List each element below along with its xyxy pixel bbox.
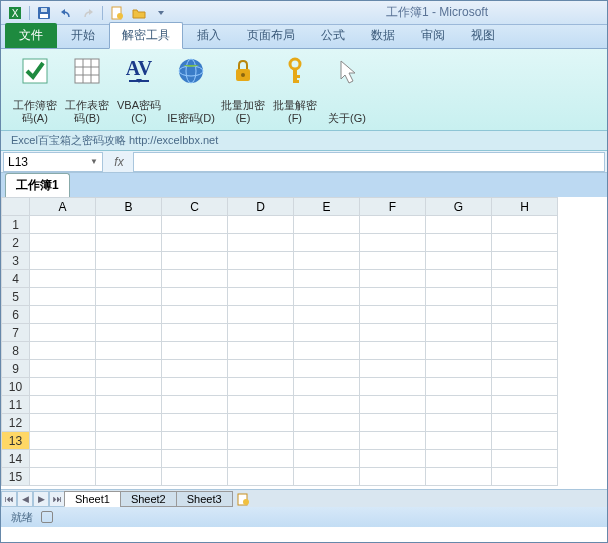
- cell[interactable]: [96, 450, 162, 468]
- cell[interactable]: [162, 324, 228, 342]
- cell[interactable]: [30, 288, 96, 306]
- row-header[interactable]: 3: [2, 252, 30, 270]
- column-header[interactable]: B: [96, 198, 162, 216]
- cell[interactable]: [228, 234, 294, 252]
- row-header[interactable]: 5: [2, 288, 30, 306]
- new-sheet-icon[interactable]: [233, 492, 253, 506]
- row-header[interactable]: 11: [2, 396, 30, 414]
- column-header[interactable]: F: [360, 198, 426, 216]
- cell[interactable]: [96, 414, 162, 432]
- ie-password-button[interactable]: IE密码(D): [165, 53, 217, 127]
- row-header[interactable]: 6: [2, 306, 30, 324]
- sheet-tab-1[interactable]: Sheet1: [64, 491, 121, 507]
- column-header[interactable]: D: [228, 198, 294, 216]
- cell[interactable]: [294, 468, 360, 486]
- macro-record-icon[interactable]: [41, 511, 53, 523]
- sheet-tab-2[interactable]: Sheet2: [120, 491, 177, 507]
- cell[interactable]: [492, 270, 558, 288]
- row-header[interactable]: 12: [2, 414, 30, 432]
- tab-page-layout[interactable]: 页面布局: [235, 23, 307, 48]
- batch-encrypt-button[interactable]: 批量加密(E): [217, 53, 269, 127]
- cell[interactable]: [360, 324, 426, 342]
- cell[interactable]: [30, 378, 96, 396]
- workbook-tab[interactable]: 工作簿1: [5, 173, 70, 197]
- cell[interactable]: [162, 234, 228, 252]
- cell[interactable]: [30, 324, 96, 342]
- cell[interactable]: [426, 432, 492, 450]
- new-file-icon[interactable]: [107, 4, 127, 22]
- cell[interactable]: [492, 414, 558, 432]
- cell[interactable]: [228, 360, 294, 378]
- spreadsheet-grid[interactable]: ABCDEFGH123456789101112131415: [1, 197, 607, 489]
- tab-insert[interactable]: 插入: [185, 23, 233, 48]
- row-header[interactable]: 9: [2, 360, 30, 378]
- cell[interactable]: [294, 324, 360, 342]
- cell[interactable]: [162, 306, 228, 324]
- cell[interactable]: [426, 324, 492, 342]
- cell[interactable]: [294, 396, 360, 414]
- name-box[interactable]: L13 ▼: [3, 152, 103, 172]
- column-header[interactable]: A: [30, 198, 96, 216]
- cell[interactable]: [96, 432, 162, 450]
- cell[interactable]: [228, 468, 294, 486]
- cell[interactable]: [294, 378, 360, 396]
- cell[interactable]: [360, 414, 426, 432]
- cell[interactable]: [30, 252, 96, 270]
- save-icon[interactable]: [34, 4, 54, 22]
- cell[interactable]: [96, 360, 162, 378]
- row-header[interactable]: 10: [2, 378, 30, 396]
- sheet-nav-prev-icon[interactable]: ◀: [17, 491, 33, 507]
- cell[interactable]: [162, 414, 228, 432]
- excel-icon[interactable]: X: [5, 4, 25, 22]
- cell[interactable]: [96, 270, 162, 288]
- cell[interactable]: [294, 432, 360, 450]
- tab-data[interactable]: 数据: [359, 23, 407, 48]
- cell[interactable]: [426, 468, 492, 486]
- cell[interactable]: [492, 288, 558, 306]
- cell[interactable]: [96, 468, 162, 486]
- cell[interactable]: [228, 216, 294, 234]
- column-header[interactable]: C: [162, 198, 228, 216]
- cell[interactable]: [162, 342, 228, 360]
- cell[interactable]: [228, 324, 294, 342]
- sheet-nav-last-icon[interactable]: ⏭: [49, 491, 65, 507]
- cell[interactable]: [228, 450, 294, 468]
- cell[interactable]: [360, 216, 426, 234]
- cell[interactable]: [162, 378, 228, 396]
- cell[interactable]: [30, 414, 96, 432]
- row-header[interactable]: 7: [2, 324, 30, 342]
- cell[interactable]: [96, 324, 162, 342]
- row-header[interactable]: 15: [2, 468, 30, 486]
- cell[interactable]: [426, 270, 492, 288]
- cell[interactable]: [30, 360, 96, 378]
- about-button[interactable]: 关于(G): [321, 53, 373, 127]
- cell[interactable]: [162, 288, 228, 306]
- tab-file[interactable]: 文件: [5, 23, 57, 48]
- sheet-tab-3[interactable]: Sheet3: [176, 491, 233, 507]
- cell[interactable]: [162, 252, 228, 270]
- cell[interactable]: [228, 288, 294, 306]
- name-box-dropdown-icon[interactable]: ▼: [90, 157, 98, 166]
- cell[interactable]: [360, 432, 426, 450]
- cell[interactable]: [228, 306, 294, 324]
- cell[interactable]: [294, 252, 360, 270]
- cell[interactable]: [96, 396, 162, 414]
- cell[interactable]: [162, 360, 228, 378]
- cell[interactable]: [426, 360, 492, 378]
- tab-view[interactable]: 视图: [459, 23, 507, 48]
- undo-icon[interactable]: [56, 4, 76, 22]
- cell[interactable]: [30, 396, 96, 414]
- column-header[interactable]: H: [492, 198, 558, 216]
- cell[interactable]: [30, 450, 96, 468]
- batch-decrypt-button[interactable]: 批量解密(F): [269, 53, 321, 127]
- cell[interactable]: [228, 414, 294, 432]
- cell[interactable]: [492, 234, 558, 252]
- cell[interactable]: [30, 234, 96, 252]
- cell[interactable]: [492, 450, 558, 468]
- cell[interactable]: [96, 252, 162, 270]
- formula-input[interactable]: [133, 152, 605, 172]
- cell[interactable]: [360, 288, 426, 306]
- cell[interactable]: [294, 234, 360, 252]
- cell[interactable]: [492, 216, 558, 234]
- cell[interactable]: [162, 468, 228, 486]
